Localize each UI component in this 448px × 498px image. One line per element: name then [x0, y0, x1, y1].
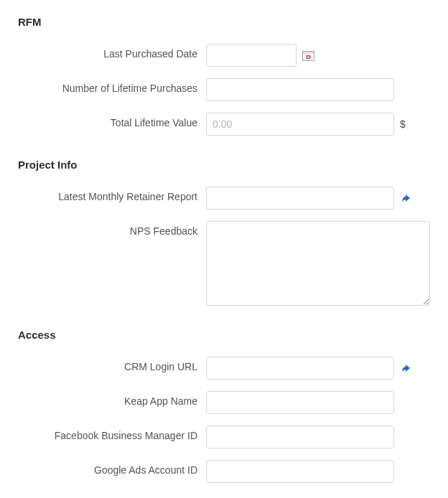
section-access: Access CRM Login URL Keap App Name Faceb…	[18, 329, 430, 483]
calendar-icon[interactable]	[302, 50, 314, 61]
form-row-crm-login-url: CRM Login URL	[18, 357, 430, 380]
svg-rect-3	[307, 56, 309, 57]
input-crm-login-url[interactable]	[206, 357, 394, 380]
form-row-nps-feedback: NPS Feedback	[18, 221, 430, 306]
section-project-info: Project Info Latest Monthly Retainer Rep…	[18, 159, 430, 306]
svg-rect-1	[303, 52, 314, 54]
link-arrow-icon[interactable]	[400, 192, 411, 204]
input-last-purchased-date[interactable]	[206, 44, 297, 67]
label-retainer-report: Latest Monthly Retainer Report	[18, 187, 206, 202]
section-header-project-info: Project Info	[18, 159, 430, 171]
currency-suffix: $	[400, 118, 406, 130]
control-wrap	[206, 78, 430, 101]
form-row-last-purchased-date: Last Purchased Date	[18, 44, 430, 67]
label-total-lifetime-value: Total Lifetime Value	[18, 113, 206, 128]
control-wrap	[206, 187, 430, 210]
label-keap-app-name: Keap App Name	[18, 391, 206, 407]
label-nps-feedback: NPS Feedback	[18, 221, 206, 237]
form-row-google-ads-account-id: Google Ads Account ID	[18, 460, 430, 483]
input-lifetime-purchases[interactable]	[206, 78, 394, 101]
label-last-purchased-date: Last Purchased Date	[18, 44, 206, 60]
input-fb-business-manager-id[interactable]	[206, 426, 394, 448]
control-wrap	[206, 391, 430, 414]
label-fb-business-manager-id: Facebook Business Manager ID	[18, 426, 206, 441]
control-wrap	[206, 44, 430, 67]
section-header-rfm: RFM	[18, 16, 430, 28]
input-keap-app-name[interactable]	[206, 391, 394, 414]
form-row-lifetime-purchases: Number of Lifetime Purchases	[18, 78, 430, 101]
label-google-ads-account-id: Google Ads Account ID	[18, 460, 206, 476]
control-wrap	[206, 357, 430, 380]
control-wrap	[206, 221, 430, 306]
form-row-keap-app-name: Keap App Name	[18, 391, 430, 414]
form-row-total-lifetime-value: Total Lifetime Value $	[18, 113, 430, 136]
label-lifetime-purchases: Number of Lifetime Purchases	[18, 78, 206, 94]
form-row-retainer-report: Latest Monthly Retainer Report	[18, 187, 430, 210]
label-crm-login-url: CRM Login URL	[18, 357, 206, 372]
section-rfm: RFM Last Purchased Date Number of Lifeti…	[18, 16, 430, 136]
textarea-nps-feedback[interactable]	[206, 221, 430, 306]
control-wrap	[206, 426, 430, 448]
input-google-ads-account-id[interactable]	[206, 460, 394, 483]
input-retainer-report[interactable]	[206, 187, 394, 210]
input-total-lifetime-value[interactable]	[206, 113, 394, 136]
form-row-fb-business-manager-id: Facebook Business Manager ID	[18, 426, 430, 448]
control-wrap: $	[206, 113, 430, 136]
link-arrow-icon[interactable]	[400, 362, 411, 374]
control-wrap	[206, 460, 430, 483]
section-header-access: Access	[18, 329, 430, 341]
